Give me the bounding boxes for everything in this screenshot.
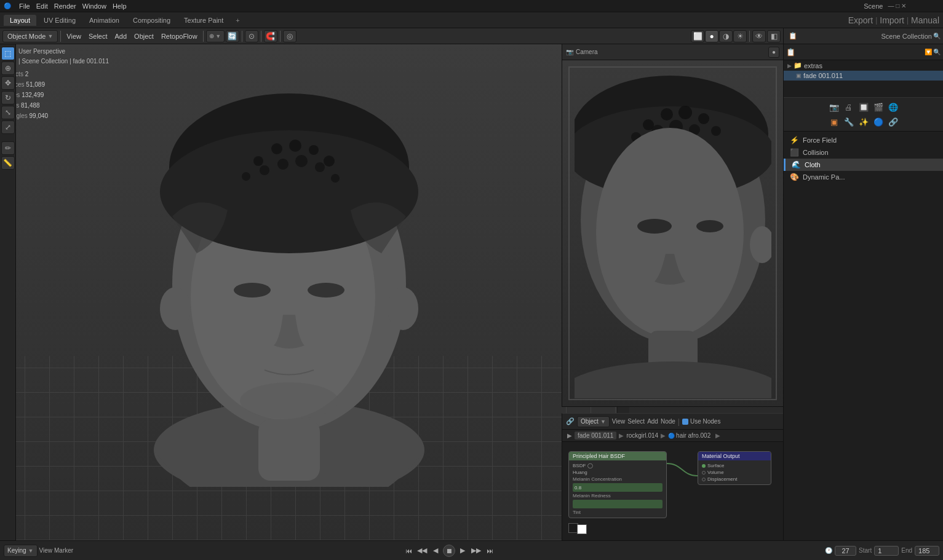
global-transform-icon[interactable]: ⊕ ▼ xyxy=(206,30,225,42)
node-canvas[interactable]: Principled Hair BSDF BSDF ◯ Huang Melani… xyxy=(562,442,783,540)
node-view-menu[interactable]: View xyxy=(612,418,626,425)
breadcrumb-expand[interactable]: ▶ xyxy=(715,432,720,439)
breadcrumb-item-2[interactable]: 🔵 hair afro.002 xyxy=(668,432,710,439)
props-render[interactable]: 📷 xyxy=(827,100,841,114)
node-select-menu[interactable]: Select xyxy=(627,418,645,425)
keying-dropdown[interactable]: Keying ▼ xyxy=(4,545,38,557)
outliner-item-extras[interactable]: ▶ 📁 extras xyxy=(784,60,943,71)
measure-tool[interactable]: 📏 xyxy=(1,156,15,170)
rotate-tool[interactable]: ↻ xyxy=(1,91,15,105)
props-item-dynamic-paint[interactable]: 🎨 Dynamic Pa... xyxy=(784,171,943,183)
current-frame[interactable]: 27 xyxy=(835,546,856,556)
window-controls[interactable]: — □ ✕ xyxy=(888,2,906,9)
end-frame[interactable]: 185 xyxy=(915,546,939,556)
svg-point-46 xyxy=(696,220,723,232)
next-frame-btn[interactable]: ▶▶ xyxy=(470,545,482,557)
node-mode-dropdown[interactable]: Object ▼ xyxy=(577,416,610,427)
prev-frame-btn[interactable]: ◀ xyxy=(429,545,442,557)
view-menu-tl[interactable]: View xyxy=(39,547,53,554)
select-menu[interactable]: Select xyxy=(86,32,111,41)
props-modifier[interactable]: 🔧 xyxy=(842,115,856,128)
jump-start-btn[interactable]: ⏮ xyxy=(402,545,415,557)
menu-help[interactable]: Help xyxy=(109,2,130,10)
move-tool[interactable]: ✥ xyxy=(1,76,15,90)
solid-mode[interactable]: ● xyxy=(705,30,718,42)
tab-add[interactable]: + xyxy=(231,15,244,26)
wireframe-mode[interactable]: ⬜ xyxy=(691,30,704,42)
proportional-edit[interactable]: ◎ xyxy=(283,30,296,42)
node-principled-hair[interactable]: Principled Hair BSDF BSDF ◯ Huang Melani… xyxy=(568,451,667,518)
start-frame[interactable]: 1 xyxy=(874,546,899,556)
node-field2[interactable] xyxy=(573,500,662,508)
manual-btn[interactable]: Manual xyxy=(911,15,939,25)
node-material-output[interactable]: Material Output Surface Volume Displacem… xyxy=(698,451,771,485)
color-bg[interactable] xyxy=(577,524,587,534)
menu-window[interactable]: Window xyxy=(79,2,109,10)
object-menu[interactable]: Object xyxy=(131,32,157,41)
xray-toggle[interactable]: ◧ xyxy=(767,30,781,42)
marker-menu[interactable]: Marker xyxy=(54,547,73,554)
props-icons-row2: ▣ 🔧 ✨ 🔵 🔗 xyxy=(827,115,900,128)
cursor-tool[interactable]: ⊕ xyxy=(1,61,15,75)
outliner-item-fade[interactable]: ▣ fade 001.011 xyxy=(784,71,943,81)
second-viewport: 📷 Camera ● xyxy=(562,44,783,407)
select-tool[interactable]: ⬚ xyxy=(1,47,15,60)
second-vp-mode: Camera xyxy=(576,49,598,55)
pivot-point[interactable]: ⊙ xyxy=(245,30,258,42)
view-menu[interactable]: View xyxy=(63,32,84,41)
header-right-icons: Export | Import | Manual xyxy=(848,15,939,25)
snap-toggle[interactable]: 🧲 xyxy=(264,30,277,42)
stop-btn[interactable]: ⏹ xyxy=(443,545,455,557)
use-nodes-toggle[interactable]: Use Nodes xyxy=(682,418,720,425)
node-field[interactable]: 0.8 xyxy=(573,483,662,492)
overlay-toggle[interactable]: 👁 xyxy=(752,30,766,42)
node-add-menu[interactable]: Add xyxy=(647,418,658,425)
add-menu[interactable]: Add xyxy=(112,32,130,41)
annotate-tool[interactable]: ✏ xyxy=(1,141,15,155)
props-item-collision[interactable]: ⬛ Collision xyxy=(784,146,943,159)
props-scene[interactable]: 🎬 xyxy=(872,100,885,114)
props-physics[interactable]: 🔵 xyxy=(872,115,885,128)
keying-arrow: ▼ xyxy=(28,548,34,554)
breadcrumb-item-0[interactable]: fade 001.011 xyxy=(575,432,616,440)
tab-layout[interactable]: Layout xyxy=(4,15,36,26)
transform-orientation[interactable]: 🔄 xyxy=(226,30,239,42)
jump-end-btn[interactable]: ⏭ xyxy=(483,545,496,557)
export-btn[interactable]: Export xyxy=(848,15,873,25)
play-btn[interactable]: ▶ xyxy=(456,545,469,557)
props-output[interactable]: 🖨 xyxy=(842,100,856,114)
import-btn[interactable]: Import xyxy=(880,15,904,25)
sep1 xyxy=(60,31,61,42)
props-item-force-field[interactable]: ⚡ Force Field xyxy=(784,134,943,146)
node-node-menu[interactable]: Node xyxy=(661,418,675,425)
svg-point-7 xyxy=(289,140,301,152)
tab-animation[interactable]: Animation xyxy=(83,15,125,26)
timeline-right: 🕐 27 Start 1 End 185 xyxy=(825,546,939,556)
props-particles[interactable]: ✨ xyxy=(857,115,870,128)
props-view-layer[interactable]: 🔲 xyxy=(857,100,870,114)
retopoflow-menu[interactable]: RetopoFlow xyxy=(158,32,201,41)
node-melanin-redness: Melanin Redness xyxy=(573,492,662,499)
breadcrumb-item-1[interactable]: rockgirl.014 xyxy=(626,432,658,439)
tab-texture-paint[interactable]: Texture Paint xyxy=(178,15,229,26)
props-constraints[interactable]: 🔗 xyxy=(886,115,900,128)
outliner-filter-icon[interactable]: 🔽 xyxy=(925,49,932,55)
object-mode-dropdown[interactable]: Object Mode ▼ xyxy=(2,30,58,42)
menu-render[interactable]: Render xyxy=(51,2,79,10)
menu-file[interactable]: File xyxy=(16,2,33,10)
material-preview[interactable]: ◑ xyxy=(719,30,733,42)
scale-tool[interactable]: ⤡ xyxy=(1,106,15,119)
props-item-cloth[interactable]: 🌊 Cloth xyxy=(784,159,943,171)
second-vp-solid[interactable]: ● xyxy=(768,47,779,58)
menu-edit[interactable]: Edit xyxy=(33,2,51,10)
breadcrumb-arrow[interactable]: ▶ xyxy=(567,432,572,439)
props-world[interactable]: 🌐 xyxy=(886,100,900,114)
rendered-mode[interactable]: ☀ xyxy=(733,30,747,42)
outliner-filter[interactable]: 🔍 xyxy=(933,33,941,39)
outliner-search-icon[interactable]: 🔍 xyxy=(933,49,941,55)
prev-keyframe-btn[interactable]: ◀◀ xyxy=(416,545,428,557)
transform-tool[interactable]: ⤢ xyxy=(1,120,15,134)
tab-uv-editing[interactable]: UV Editing xyxy=(38,15,82,26)
props-object[interactable]: ▣ xyxy=(827,115,841,128)
tab-compositing[interactable]: Compositing xyxy=(127,15,177,26)
